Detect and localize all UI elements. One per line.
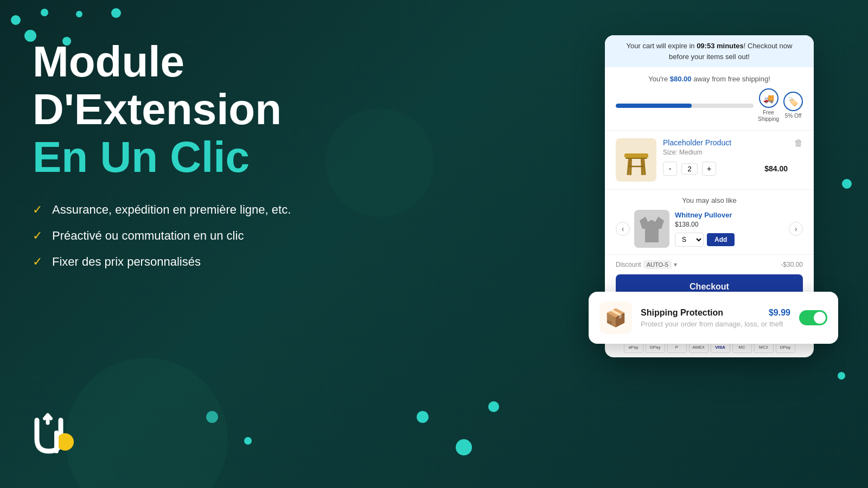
milestone-discount: 🏷️ 5% Off xyxy=(783,92,803,119)
shipping-amount: $80.00 xyxy=(670,75,692,83)
protection-description: Protect your order from damage, loss, or… xyxy=(641,320,790,328)
protection-price: $9.99 xyxy=(769,308,790,318)
toggle-thumb xyxy=(814,312,826,324)
milestone-discount-label: 5% Off xyxy=(785,113,801,119)
product-variant: Size: Medium xyxy=(663,149,788,156)
down-arrow-icon: ▾ xyxy=(674,261,677,268)
logo xyxy=(33,412,76,455)
upsell-product-price: $138.00 xyxy=(675,221,784,228)
checkmark-icon-2: ✓ xyxy=(33,229,42,243)
protection-icon-wrap: 📦 xyxy=(599,301,632,334)
add-to-cart-button[interactable]: Add xyxy=(707,233,735,246)
delete-icon[interactable]: 🗑 xyxy=(794,138,803,148)
svg-point-0 xyxy=(56,433,74,451)
product-row-bottom: - + $84.00 xyxy=(663,162,788,176)
feature-list: ✓ Assurance, expédition en première lign… xyxy=(33,203,423,269)
product-image-svg xyxy=(620,143,653,178)
upsell-title: You may also like xyxy=(616,196,803,204)
prev-arrow-button[interactable]: ‹ xyxy=(616,222,630,236)
protection-title-row: Shipping Protection $9.99 xyxy=(641,308,790,318)
upsell-card: Whitney Pullover $138.00 S M L XL Add xyxy=(634,210,784,248)
protection-info: Shipping Protection $9.99 Protect your o… xyxy=(641,308,790,328)
quantity-input[interactable] xyxy=(681,163,698,175)
product-section: Placeholder Product Size: Medium - + $84… xyxy=(605,131,814,190)
upsell-section: You may also like ‹ Whitney Pullover $13… xyxy=(605,190,814,255)
discount-label: Discount AUTO-5 ▾ xyxy=(616,260,677,269)
progress-bar-wrapper xyxy=(616,104,754,108)
size-select[interactable]: S M L XL xyxy=(675,233,704,247)
checkmark-icon-1: ✓ xyxy=(33,203,42,217)
timer-banner: Your cart will expire in 09:53 minutes! … xyxy=(605,35,814,67)
quantity-control: - + xyxy=(663,162,716,176)
feature-text-3: Fixer des prix personnalisés xyxy=(52,255,201,269)
milestone-shipping-label: FreeShipping xyxy=(758,110,779,123)
product-info: Placeholder Product Size: Medium - + $84… xyxy=(663,138,788,176)
feature-item-1: ✓ Assurance, expédition en première lign… xyxy=(33,203,423,217)
protection-icon: 📦 xyxy=(605,307,627,328)
protection-title: Shipping Protection xyxy=(641,308,723,318)
discount-value: -$30.00 xyxy=(781,261,803,268)
feature-text-2: Préactivé ou commutation en un clic xyxy=(52,229,244,243)
logo-svg xyxy=(33,412,76,455)
next-arrow-button[interactable]: › xyxy=(789,222,803,236)
protection-card: 📦 Shipping Protection $9.99 Protect your… xyxy=(589,292,838,344)
discount-code: AUTO-5 xyxy=(643,260,672,269)
protection-toggle[interactable] xyxy=(799,310,827,325)
feature-item-2: ✓ Préactivé ou commutation en un clic xyxy=(33,229,423,243)
discount-row: Discount AUTO-5 ▾ -$30.00 xyxy=(616,260,803,269)
quantity-decrease-button[interactable]: - xyxy=(663,162,677,176)
upsell-controls: S M L XL Add xyxy=(675,233,784,247)
progress-container: 🚚 FreeShipping 🏷️ 5% Off xyxy=(616,88,803,123)
svg-rect-7 xyxy=(624,153,648,158)
left-content: Module D'Extension En Un Clic ✓ Assuranc… xyxy=(33,38,423,281)
main-title-cyan: En Un Clic xyxy=(33,133,423,181)
truck-icon: 🚚 xyxy=(759,88,778,108)
toggle-track xyxy=(799,310,827,325)
checkmark-icon-3: ✓ xyxy=(33,255,42,269)
discount-text: Discount xyxy=(616,261,641,268)
upsell-info: Whitney Pullover $138.00 S M L XL Add xyxy=(675,211,784,247)
shipping-bar-section: You're $80.00 away from free shipping! 🚚… xyxy=(605,67,814,131)
product-price: $84.00 xyxy=(764,164,788,173)
main-title-white: Module D'Extension xyxy=(33,38,423,133)
tag-icon: 🏷️ xyxy=(783,92,803,111)
upsell-product-image xyxy=(634,210,669,248)
progress-bar-fill xyxy=(616,104,692,108)
shipping-bar-text: You're $80.00 away from free shipping! xyxy=(616,75,803,83)
milestone-shipping: 🚚 FreeShipping xyxy=(758,88,779,123)
upsell-product-name: Whitney Pullover xyxy=(675,211,784,219)
pullover-svg xyxy=(637,213,667,245)
upsell-nav: ‹ Whitney Pullover $138.00 S M L xyxy=(616,210,803,248)
feature-text-1: Assurance, expédition en première ligne,… xyxy=(52,203,291,217)
feature-item-3: ✓ Fixer des prix personnalisés xyxy=(33,255,423,269)
timer-value: 09:53 minutes xyxy=(697,42,744,50)
product-image xyxy=(616,138,656,182)
product-name: Placeholder Product xyxy=(663,138,788,147)
timer-prefix: Your cart will expire in xyxy=(627,42,697,50)
quantity-increase-button[interactable]: + xyxy=(702,162,716,176)
